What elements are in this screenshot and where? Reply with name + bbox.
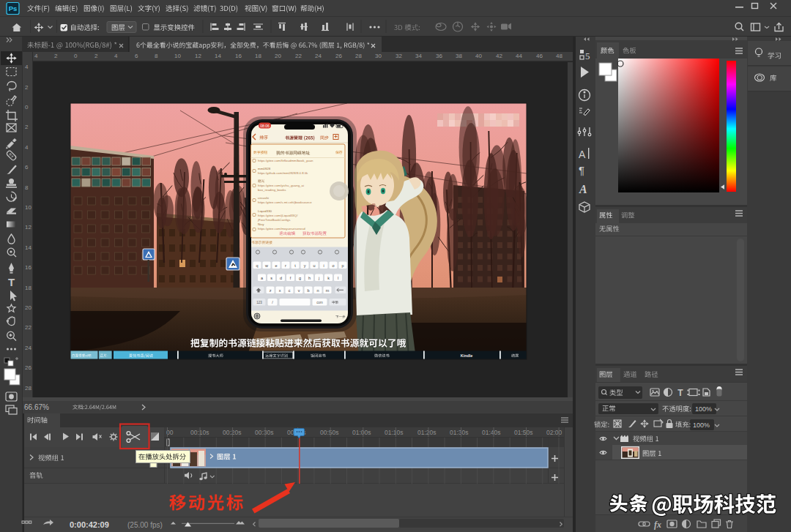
- svg-text:l: l: [338, 276, 338, 280]
- svg-text:Nicy: Nicy: [258, 222, 264, 226]
- svg-text:com: com: [316, 301, 323, 304]
- svg-text:Liquid330: Liquid330: [258, 209, 272, 213]
- svg-text:https:/gitee.com/yichu_guang_a: https:/gitee.com/yichu_guang_ai: [258, 184, 304, 187]
- svg-text:m: m: [326, 288, 330, 293]
- svg-text:w: w: [264, 263, 268, 268]
- svg-text:circushi: circushi: [258, 196, 269, 200]
- svg-text:b: b: [307, 288, 309, 293]
- svg-text:y: y: [304, 263, 306, 268]
- svg-text:s: s: [270, 276, 272, 280]
- svg-text:mm0928: mm0928: [258, 167, 271, 171]
- svg-text:n: n: [316, 288, 319, 293]
- svg-text:j: j: [318, 276, 319, 280]
- svg-text:A: A: [579, 149, 586, 160]
- svg-text:q: q: [256, 263, 258, 268]
- svg-text:https:/gitee.com/firfloudmm/bo: https:/gitee.com/firfloudmm/book_yuan: [258, 159, 313, 162]
- svg-text:08:06: 08:06: [260, 124, 270, 128]
- svg-text:k: k: [327, 276, 330, 280]
- svg-text:v: v: [298, 288, 300, 293]
- svg-text:u: u: [313, 263, 315, 268]
- svg-text:o: o: [332, 263, 334, 268]
- svg-text:https:/github.com/mm0928/8.0.8: https:/github.com/mm0928/8.0.8.lik: [258, 171, 308, 175]
- svg-text:h: h: [308, 276, 311, 280]
- svg-text:Kindle: Kindle: [461, 353, 472, 358]
- svg-text:T: T: [8, 276, 15, 288]
- svg-text:T: T: [677, 388, 683, 398]
- svg-text:123: 123: [256, 301, 262, 304]
- svg-text:https:/gitee.com/s.mt.ceh/jboo: https:/gitee.com/s.mt.ceh/jbooksource: [258, 201, 312, 204]
- svg-text:https:/gitee.com/moyueszisonxs: https:/gitee.com/moyueszisonxsd: [258, 227, 305, 231]
- svg-text:i: i: [323, 263, 324, 268]
- svg-text:x: x: [279, 288, 281, 293]
- svg-text:d: d: [280, 276, 282, 280]
- svg-text:fx: fx: [654, 520, 661, 530]
- svg-text:r: r: [285, 263, 286, 268]
- svg-text:p: p: [341, 263, 343, 268]
- svg-text:box_reading_books: box_reading_books: [258, 188, 286, 192]
- svg-text:https:/gitee.com/jLiquid33Q/: https:/gitee.com/jLiquid33Q/: [258, 214, 298, 217]
- svg-text:jFreeTimeBookConfigs: jFreeTimeBookConfigs: [257, 218, 291, 222]
- svg-text:A: A: [579, 183, 587, 195]
- svg-text:5: 5: [585, 50, 590, 61]
- svg-text:Ps: Ps: [9, 4, 18, 12]
- svg-text:¶: ¶: [579, 164, 584, 176]
- svg-text:g: g: [299, 276, 301, 280]
- svg-text:z: z: [270, 288, 272, 293]
- svg-text:c: c: [289, 288, 291, 293]
- svg-text:e: e: [275, 263, 277, 268]
